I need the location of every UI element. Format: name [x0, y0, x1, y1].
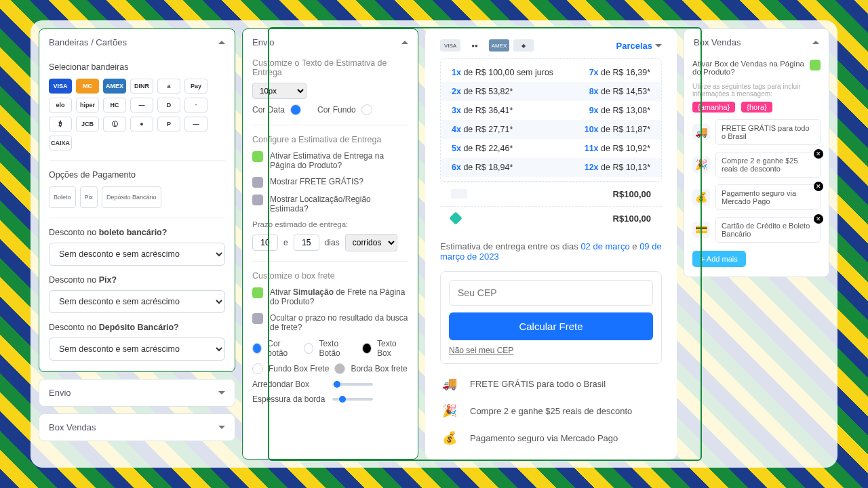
- card-brand-chip[interactable]: a: [157, 79, 180, 94]
- prazo-max-input[interactable]: [294, 235, 319, 251]
- total-pix-row: R$100,00: [440, 206, 662, 230]
- box-vendas-item-text[interactable]: Compre 2 e ganhe $25 reais de desconto: [715, 152, 821, 178]
- card-brand-chip[interactable]: HC: [103, 98, 126, 113]
- installment-row: 3x de R$ 36,41*9x de R$ 13,08*: [441, 101, 661, 120]
- opt-ocultar-prazo-label: Ocultar o prazo no resultado da busca de…: [270, 313, 408, 332]
- delete-icon[interactable]: ✕: [814, 182, 823, 191]
- feature-icon: 💰: [440, 430, 459, 445]
- cor-data-label: Cor Data: [252, 105, 285, 115]
- desconto-boleto-label: Desconto no boleto bancário?: [49, 228, 167, 237]
- panel-box-vendas-title: Box Vendas: [49, 422, 96, 432]
- card-brand-chip[interactable]: JCB: [76, 117, 99, 131]
- feature-row: 💰Pagamento seguro via Mercado Pago: [440, 430, 662, 445]
- card-brand-chip[interactable]: elo: [49, 98, 72, 113]
- card-brand-chip[interactable]: ●: [130, 117, 153, 131]
- card-brand-chip[interactable]: VISA: [49, 79, 72, 94]
- fontsize-select[interactable]: 10px: [252, 83, 307, 99]
- panel-envio-title: Envio: [49, 388, 71, 398]
- toggle-estimativa[interactable]: [252, 151, 263, 162]
- installment-row: 2x de R$ 53,82*8x de R$ 14,53*: [441, 82, 661, 101]
- boleto-icon: [451, 189, 467, 199]
- add-more-button[interactable]: + Add mais: [692, 251, 746, 267]
- opcoes-pagamento-label: Opções de Pagamento: [49, 170, 225, 180]
- feature-icon: 💳: [440, 458, 459, 460]
- delete-icon[interactable]: ✕: [814, 214, 823, 224]
- installment-row: 4x de R$ 27,71*10x de R$ 11,87*: [441, 120, 661, 139]
- card-brand-chip[interactable]: ·: [184, 98, 208, 113]
- texto-box-swatch[interactable]: [362, 343, 372, 354]
- payment-option-chip[interactable]: Boleto: [49, 186, 76, 208]
- tag-amanha[interactable]: {amanha}: [692, 102, 735, 113]
- opt-localizacao-label: Mostrar Localização/Região Estimada?: [270, 195, 408, 214]
- card-brand-chip[interactable]: Ⓛ: [103, 117, 126, 131]
- toggle-ocultar-prazo[interactable]: [252, 313, 263, 324]
- mastercard-icon: ●●: [465, 39, 485, 52]
- parcelas-toggle[interactable]: Parcelas: [616, 41, 663, 51]
- card-brand-chip[interactable]: hiper: [76, 98, 99, 113]
- toggle-frete-gratis[interactable]: [252, 177, 263, 188]
- desconto-deposito-select[interactable]: Sem desconto e sem acréscimo: [49, 338, 225, 361]
- texto-botao-swatch[interactable]: [304, 343, 313, 354]
- prazo-label: Prazo estimado de entrega:: [252, 220, 408, 228]
- chevron-up-icon: [401, 41, 408, 44]
- toggle-box-vendas[interactable]: [810, 60, 821, 70]
- prazo-min-input[interactable]: [252, 235, 278, 251]
- calcular-frete-button[interactable]: Calcular Frete: [449, 312, 653, 340]
- feature-icon: 🎉: [440, 403, 459, 418]
- card-brand-chip[interactable]: AMEX: [103, 79, 126, 94]
- installments-table: 1x de R$ 100,00 sem juros7x de R$ 16,39*…: [440, 58, 662, 182]
- total-boleto-row: R$100,00: [440, 182, 662, 206]
- box-vendas-item-text[interactable]: Pagamento seguro via Mercado Pago: [715, 184, 821, 210]
- borda-box-swatch[interactable]: [334, 363, 345, 374]
- fundo-box-swatch[interactable]: [252, 363, 263, 374]
- nao-sei-cep-link[interactable]: Não sei meu CEP: [449, 346, 513, 355]
- card-brand-chip[interactable]: DINR: [130, 79, 153, 94]
- espessura-slider[interactable]: [332, 398, 373, 401]
- panel-bandeiras-header[interactable]: Bandeiras / Cartões: [39, 29, 235, 56]
- arredondar-slider[interactable]: [332, 383, 373, 386]
- toggle-simulacao[interactable]: [252, 287, 263, 298]
- texto-botao-label: Texto Botão: [319, 339, 356, 358]
- panel-envio-collapsed[interactable]: Envio: [39, 379, 235, 407]
- panel-envio-editor: Envio Customize o Texto de Estimativa de…: [242, 28, 418, 460]
- card-brand-chip[interactable]: Pay: [184, 79, 208, 94]
- panel-box-vendas-editor-header[interactable]: Box Vendas: [684, 29, 829, 56]
- panel-box-vendas-collapsed[interactable]: Box Vendas: [39, 413, 235, 441]
- feature-text: Compre 2 e ganhe $25 reais de desconto: [470, 406, 632, 416]
- box-vendas-item-text[interactable]: Cartão de Crédito e Boleto Bancário: [715, 217, 821, 243]
- panel-envio-editor-header[interactable]: Envio: [243, 29, 418, 56]
- payment-option-chip[interactable]: Pix: [80, 186, 98, 208]
- cor-data-swatch[interactable]: [290, 104, 301, 115]
- card-brand-chip[interactable]: CAIXA: [49, 136, 72, 150]
- card-brand-chip[interactable]: D: [157, 98, 180, 113]
- card-brand-chip[interactable]: —: [184, 117, 208, 131]
- payment-badges: VISA ●● AMEX ◆: [440, 39, 534, 52]
- cep-input[interactable]: [449, 280, 653, 306]
- arredondar-label: Arredondar Box: [252, 380, 327, 389]
- box-vendas-item-text[interactable]: FRETE GRÁTIS para todo o Brasil: [715, 119, 821, 145]
- card-brand-chip[interactable]: —: [130, 98, 153, 113]
- payment-option-chip[interactable]: Depósito Bancário: [102, 186, 161, 208]
- box-vendas-item-icon: 💰: [692, 189, 710, 205]
- toggle-localizacao[interactable]: [252, 195, 263, 205]
- card-brand-chip[interactable]: MC: [76, 79, 99, 94]
- amex-icon: AMEX: [489, 39, 509, 52]
- tag-hora[interactable]: {hora}: [741, 102, 772, 113]
- box-vendas-item: 🎉Compre 2 e ganhe $25 reais de desconto✕: [692, 152, 821, 178]
- cor-fundo-swatch[interactable]: [361, 104, 372, 115]
- installment-row: 5x de R$ 22,46*11x de R$ 10,92*: [441, 139, 661, 158]
- panel-box-vendas-editor-title: Box Vendas: [694, 37, 741, 47]
- card-brand-chip[interactable]: ₿: [49, 117, 72, 131]
- cor-botao-swatch[interactable]: [252, 343, 262, 354]
- prazo-tipo-select[interactable]: corridos: [345, 234, 397, 251]
- delete-icon[interactable]: ✕: [814, 149, 823, 159]
- total-pix-value: R$100,00: [613, 214, 651, 224]
- card-brand-chip[interactable]: P: [157, 117, 180, 131]
- desconto-pix-select[interactable]: Sem desconto e sem acréscimo: [49, 290, 225, 313]
- tag-hint: Utilize as seguintes tags para incluir i…: [692, 83, 821, 98]
- configure-estimativa-label: Configure a Estimativa de Entrega: [252, 135, 408, 144]
- feature-row: 💳Cartão de Crédito e Boleto Bancário: [440, 458, 662, 460]
- pix-icon: [449, 211, 462, 225]
- chevron-down-icon: [655, 44, 662, 47]
- desconto-boleto-select[interactable]: Sem desconto e sem acréscimo: [49, 243, 225, 266]
